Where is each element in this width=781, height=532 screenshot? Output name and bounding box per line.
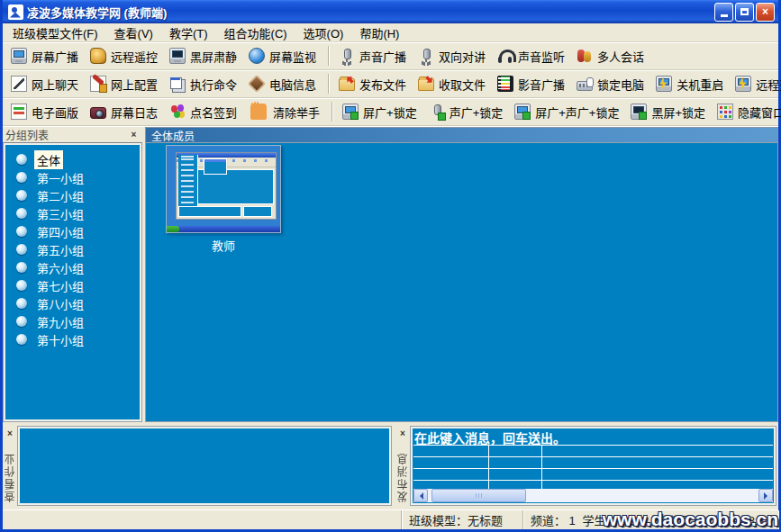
scroll-right-arrow-icon[interactable] [758, 489, 773, 502]
clear-raised-hands-icon [250, 104, 267, 120]
minimize-button[interactable] [714, 3, 733, 22]
send-message-rail: × 发布消息 [395, 426, 410, 506]
group-list-item[interactable]: 第七小组 [9, 276, 136, 294]
toolbar-button[interactable]: 声音监听 [493, 45, 572, 68]
toolbar-button[interactable]: 清除举手 [244, 100, 327, 123]
group-label: 第四小组 [34, 222, 86, 241]
scrollbar-track[interactable] [428, 489, 758, 502]
group-list-item[interactable]: 第四小组 [9, 222, 136, 240]
toolbar-button[interactable]: 影音广播 [493, 73, 572, 95]
pc-info-icon [248, 75, 266, 93]
menu-item[interactable]: 帮助(H) [351, 23, 407, 43]
horizontal-scrollbar[interactable] [413, 489, 773, 502]
group-list-title: 分组列表 [5, 127, 128, 142]
group-list-item[interactable]: 第六小组 [9, 258, 136, 276]
app-window: 凌波多媒体教学网 (教师端) × 班级模型文件(F) 查看(V) 教学(T) 组… [0, 0, 781, 532]
toolbar-button[interactable]: 网上配置 [86, 73, 165, 95]
message-input[interactable]: 在此键入消息，回车送出。 [414, 428, 772, 444]
toolbar-button[interactable]: 锁定电脑 [572, 73, 651, 95]
toolbar-button[interactable]: 点名签到 [165, 101, 244, 123]
lock-computer-icon [577, 81, 593, 91]
menu-bar: 班级模型文件(F) 查看(V) 教学(T) 组合功能(C) 选项(O) 帮助(H… [3, 23, 778, 42]
voice-broadcast-icon [339, 48, 355, 64]
group-ball-icon [16, 154, 27, 165]
send-file-icon [339, 78, 355, 91]
toolbar-button[interactable]: 屏幕日志 [86, 101, 165, 123]
scroll-left-arrow-icon[interactable] [413, 489, 428, 502]
group-ball-icon [16, 334, 27, 345]
member-item[interactable]: 教师 [166, 145, 281, 254]
menu-item[interactable]: 组合功能(C) [216, 23, 295, 43]
menu-item[interactable]: 选项(O) [295, 23, 352, 43]
toolbar-button-label: 远程开机 [756, 76, 781, 93]
menu-item[interactable]: 教学(T) [161, 23, 216, 43]
group-ball-icon [16, 280, 27, 291]
toolbar-button[interactable]: 多人会话 [572, 45, 651, 68]
send-message-panel: × 发布消息 在此键入消息，回车送出。 [394, 424, 778, 509]
toolbar-button[interactable]: 关机重启 [651, 73, 731, 95]
group-list-close-icon[interactable]: × [128, 129, 140, 140]
view-homework-content [17, 426, 392, 506]
status-empty-cell [3, 510, 402, 529]
group-list-item[interactable]: 第二小组 [9, 186, 136, 204]
toolbar-button[interactable]: 远程遥控 [86, 45, 165, 68]
group-ball-icon [16, 172, 27, 183]
toolbar-button[interactable]: 屏幕广播 [6, 45, 86, 68]
send-message-label: 发布消息 [395, 452, 411, 502]
toolbar-button[interactable]: 电子画版 [6, 101, 86, 123]
group-list-item[interactable]: 第十小组 [9, 330, 136, 348]
members-area: 教师 [145, 142, 778, 422]
toolbar-button[interactable]: 声广+锁定 [424, 101, 511, 123]
group-list-item[interactable]: 第九小组 [9, 312, 136, 330]
hide-window-icon [717, 104, 733, 120]
view-homework-close-icon[interactable]: × [5, 428, 16, 439]
status-bar: 班级模型：无标题 频道： 1 学生总计：0 人 登录：0 人 09:58:37 … [3, 509, 778, 529]
voice-monitor-icon [497, 48, 513, 64]
toolbar-button[interactable]: 屏广+锁定 [338, 101, 424, 123]
multi-user-chat-icon [577, 48, 593, 64]
toolbar-button[interactable]: 收取文件 [413, 73, 493, 95]
toolbar-row-3: 电子画版 屏幕日志 点名签到 清除举手 屏广+锁定 [3, 98, 778, 126]
toolbar-button[interactable]: 声音广播 [334, 45, 413, 68]
toolbar-button[interactable]: 黑屏+锁定 [626, 101, 713, 123]
toolbar-button[interactable]: 电脑信息 [244, 73, 323, 95]
toolbar-button-label: 声音监听 [518, 48, 565, 65]
toolbar-button[interactable]: 网上聊天 [6, 73, 86, 95]
scrollbar-thumb[interactable] [431, 489, 526, 502]
group-ball-icon [16, 190, 27, 201]
group-list-item[interactable]: 第五小组 [9, 240, 136, 258]
toolbar-button[interactable]: 双向对讲 [413, 45, 493, 68]
bottom-panels: × 查看作业 × 发布消息 在此键入消息，回车送出。 [3, 422, 778, 509]
rollcall-signin-icon [169, 104, 186, 120]
online-chat-icon [11, 76, 27, 92]
toolbar-button[interactable]: 黑屏肃静 [165, 45, 244, 68]
screen-broadcast-icon [11, 48, 27, 64]
menu-item[interactable]: 班级模型文件(F) [5, 23, 106, 43]
title-bar[interactable]: 凌波多媒体教学网 (教师端) × [3, 0, 778, 23]
close-button[interactable]: × [756, 3, 775, 22]
maximize-button[interactable] [735, 3, 754, 22]
send-message-close-icon[interactable]: × [397, 428, 409, 439]
view-homework-label: 查看作业 [3, 452, 18, 502]
watermark-text: www.daocaobbs.cn [603, 509, 778, 530]
toolbar-button[interactable]: 发布文件 [334, 73, 413, 95]
toolbar-button[interactable]: 屏幕监视 [244, 45, 323, 68]
toolbar-button-label: 影音广播 [518, 76, 565, 93]
shutdown-restart-icon [656, 76, 672, 92]
group-list-item[interactable]: 第一小组 [9, 168, 136, 186]
toolbar-button-label: 点名签到 [190, 104, 237, 121]
teacher-desktop-thumbnail[interactable] [166, 145, 281, 233]
group-list-item[interactable]: 第八小组 [9, 294, 136, 312]
toolbar-button[interactable]: 屏广+声广+锁定 [510, 101, 626, 123]
toolbar-button[interactable]: 执行命令 [165, 73, 244, 95]
send-message-content: 在此键入消息，回车送出。 [410, 426, 776, 506]
group-label: 第五小组 [34, 240, 86, 259]
members-header-title: 全体成员 [151, 128, 195, 143]
toolbar-button[interactable]: 远程开机 [731, 73, 781, 95]
toolbar-button[interactable]: 隐藏窗口 [713, 101, 781, 123]
group-label: 第八小组 [34, 294, 86, 313]
menu-item[interactable]: 查看(V) [106, 23, 161, 43]
e-whiteboard-icon [11, 104, 27, 120]
group-list-item[interactable]: 第三小组 [9, 204, 136, 222]
group-list-item[interactable]: 全体 [9, 150, 136, 168]
